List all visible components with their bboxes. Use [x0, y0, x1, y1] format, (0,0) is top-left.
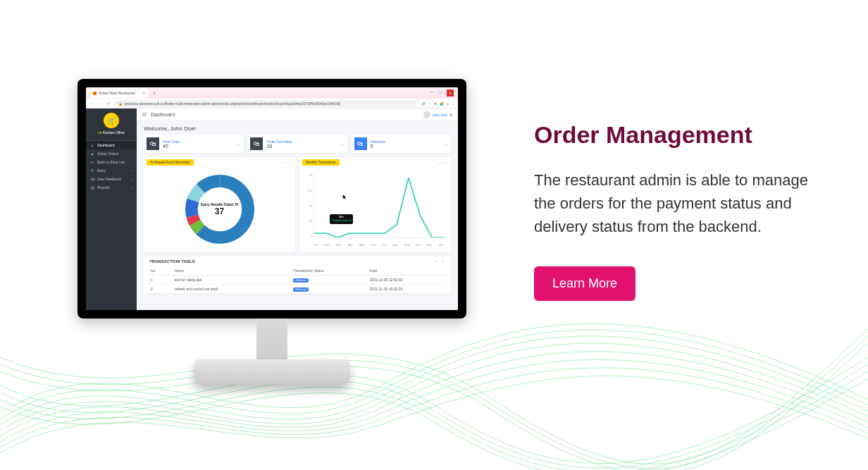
bag-icon: 🛍: [250, 137, 263, 150]
sidebar-item-active-orders[interactable]: ▲Active Orders: [86, 149, 137, 158]
stat-value: 45: [163, 144, 168, 149]
monitor-mockup: Flutter Multi Restaurant × + — ▢ × ← → ⟳…: [78, 79, 466, 385]
user-name: John Doe: [433, 113, 447, 117]
tab-title: Flutter Multi Restaurant: [99, 91, 135, 95]
cell-no: 2: [149, 285, 173, 294]
close-tab-icon[interactable]: ×: [142, 91, 145, 95]
panel-controls[interactable]: — ×: [435, 259, 445, 264]
learn-more-button[interactable]: Learn More: [534, 266, 636, 301]
welcome-text: Welcome, John Doe!: [144, 125, 451, 132]
tooltip-value: Transactions: 0: [332, 219, 351, 223]
chevron-right-icon: ›: [132, 186, 132, 190]
nav-back-icon[interactable]: ←: [89, 101, 94, 106]
transaction-table-panel: TRANSACTION TABLE— × No Name Transaction…: [144, 256, 451, 294]
url-text: products.panacea-soft.co/flutter-multi-r…: [125, 101, 340, 106]
table-title: TRANSACTION TABLE: [149, 259, 195, 264]
cell-status: Delivered: [292, 285, 368, 294]
sidebar-item-label: User Feedback: [97, 177, 121, 181]
bag-icon: 🛍: [354, 137, 367, 150]
donut-center-value: 37: [215, 206, 224, 216]
cell-name: refresh and sound noti test3: [173, 285, 292, 294]
chevron-right-icon: ›: [132, 178, 132, 181]
window-close-icon[interactable]: ×: [447, 89, 454, 97]
sidebar-item-label: Dashboard: [97, 143, 114, 147]
cell-status: Delivered: [292, 276, 368, 285]
chevron-right-icon: ›: [132, 169, 132, 173]
star-icon[interactable]: ☆: [428, 101, 431, 106]
col-name: Name: [173, 266, 292, 276]
nav-forward-icon[interactable]: →: [97, 101, 103, 106]
brand-name: Kitchen Office: [103, 130, 125, 135]
sidebar-item-label: Active Orders: [97, 151, 118, 156]
new-tab-button[interactable]: +: [151, 91, 158, 96]
profile-dot-icon[interactable]: ●: [447, 101, 449, 106]
sidebar-item-entry[interactable]: ✎Entry›: [86, 166, 137, 175]
donut-panel: Purchased Food Information— ×: [144, 157, 295, 252]
sidebar-item-back-to-shop[interactable]: ↩Back to Shop List: [86, 158, 137, 166]
col-no: No: [149, 266, 173, 276]
nav-reload-icon[interactable]: ⟳: [106, 101, 111, 106]
brand-prefix: Ur: [98, 130, 103, 135]
brand-logo: 🛒 Ur Kitchen Office: [86, 109, 137, 141]
panel-controls[interactable]: — ×: [438, 161, 448, 165]
user-menu[interactable]: John Doe ⚙: [423, 111, 452, 118]
browser-titlebar: Flutter Multi Restaurant × + — ▢ ×: [86, 87, 458, 99]
status-badge: Delivered: [293, 278, 309, 283]
url-field[interactable]: 🔒 products.panacea-soft.co/flutter-multi…: [114, 100, 418, 107]
stat-value: 18: [266, 144, 272, 149]
orders-icon: ▲: [90, 151, 94, 156]
dashboard-icon: ⌂: [90, 143, 94, 147]
feedback-icon: 🗂: [90, 177, 94, 181]
sidebar: 🛒 Ur Kitchen Office ⌂Dashboard ▲Active O…: [86, 109, 137, 310]
back-icon: ↩: [90, 160, 94, 164]
cell-date: 2021-12-05 12:52:02: [368, 276, 445, 285]
line-chart: 1512.5107.55: [304, 171, 447, 248]
cell-no: 1: [149, 276, 173, 285]
table-row[interactable]: 1test for rating deliDelivered2021-12-05…: [149, 276, 445, 285]
feature-heading: Order Management: [534, 121, 809, 149]
share-icon[interactable]: 🔗: [421, 101, 426, 106]
chart-tooltip: Mar Transactions: 0: [330, 214, 353, 224]
col-status: Transactions Status:: [292, 266, 368, 276]
entry-icon: ✎: [90, 168, 94, 173]
table-row[interactable]: 2refresh and sound noti test3Delivered20…: [149, 285, 445, 294]
col-date: Date: [368, 266, 445, 276]
stat-delivered: 🛍 Delivered5 ⋯: [352, 135, 451, 153]
sidebar-item-reports[interactable]: ▤Reports›: [86, 183, 137, 192]
reports-icon: ▤: [90, 185, 94, 190]
hamburger-icon[interactable]: ☰: [142, 112, 147, 118]
stat-total-order: 🛍 Total Order45 ⋯: [144, 135, 243, 153]
ellipsis-icon[interactable]: ⋯: [340, 142, 345, 147]
y-axis: 1512.5107.55: [305, 173, 312, 238]
panel-controls[interactable]: — ×: [282, 161, 292, 165]
gear-icon[interactable]: ⚙: [450, 113, 452, 117]
cursor-pointer-icon: [342, 194, 347, 200]
favicon: [93, 92, 97, 95]
window-maximize-icon[interactable]: ▢: [438, 89, 442, 97]
cart-icon: 🛒: [104, 113, 119, 128]
window-minimize-icon[interactable]: —: [430, 89, 434, 97]
ellipsis-icon[interactable]: ⋯: [236, 142, 240, 147]
browser-address-bar: ← → ⟳ 🔒 products.panacea-soft.co/flutter…: [86, 99, 458, 109]
cell-date: 2021-11-02 15:22:33: [368, 285, 445, 294]
sidebar-item-label: Back to Shop List: [97, 160, 125, 164]
status-badge: Delivered: [293, 287, 309, 292]
sidebar-item-feedback[interactable]: 🗂User Feedback›: [86, 175, 137, 183]
x-axis: JanFebMarAprMayJunJulAugSepOctNovDec: [314, 243, 444, 247]
stat-order-submitted: 🛍 Order Submitted18 ⋯: [247, 135, 347, 153]
sidebar-item-label: Reports: [97, 185, 110, 190]
sidebar-item-dashboard[interactable]: ⌂Dashboard: [86, 141, 137, 149]
feature-body: The restaurant admin is able to manage t…: [534, 168, 809, 238]
panel-badge: Monthly Transactions: [302, 159, 340, 166]
extension-icon[interactable]: ✱: [434, 101, 437, 106]
line-panel: Monthly Transactions— × 1512.5107.55: [299, 157, 451, 252]
stat-value: 5: [371, 144, 373, 149]
browser-tab[interactable]: Flutter Multi Restaurant ×: [90, 88, 148, 98]
puzzle-icon[interactable]: 🧩: [440, 101, 444, 106]
kebab-menu-icon[interactable]: ⋮: [452, 101, 455, 106]
feature-copy: Order Management The restaurant admin is…: [534, 121, 809, 301]
ellipsis-icon[interactable]: ⋯: [444, 142, 448, 147]
avatar: [423, 111, 430, 118]
bag-icon: 🛍: [147, 137, 159, 150]
topbar: ☰ Dashboard John Doe ⚙: [137, 109, 458, 121]
